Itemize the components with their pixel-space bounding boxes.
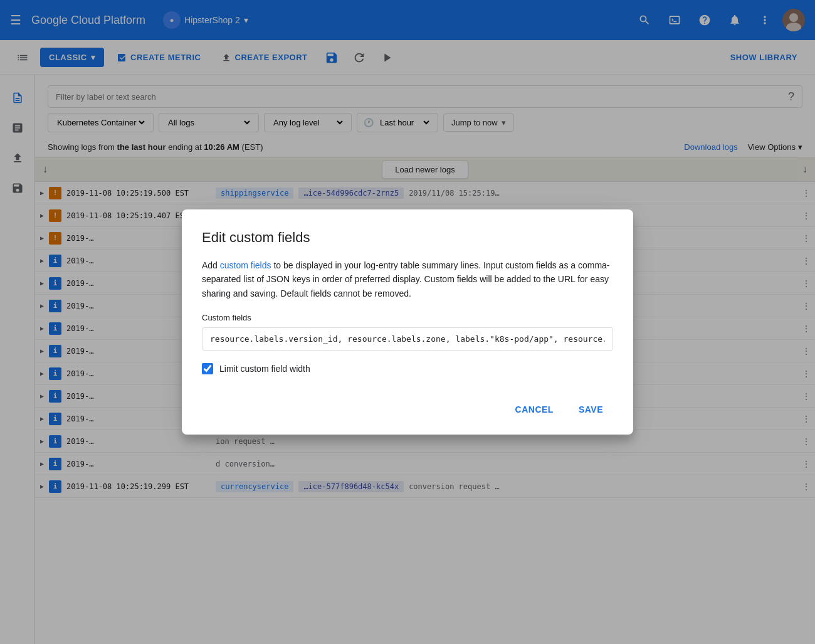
save-button[interactable]: SAVE: [569, 399, 613, 420]
custom-fields-label: Custom fields: [202, 313, 613, 322]
modal-overlay: Edit custom fields Add custom fields to …: [0, 0, 815, 644]
limit-width-checkbox[interactable]: [202, 363, 213, 374]
custom-fields-link[interactable]: custom fields: [220, 260, 271, 270]
cancel-button[interactable]: CANCEL: [505, 399, 564, 420]
limit-width-label: Limit custom field width: [219, 364, 310, 374]
limit-width-row: Limit custom field width: [202, 363, 613, 374]
custom-fields-input[interactable]: [202, 327, 613, 351]
modal-body-text: Add custom fields to be displayed in you…: [202, 258, 613, 300]
edit-custom-fields-dialog: Edit custom fields Add custom fields to …: [182, 209, 633, 435]
modal-title: Edit custom fields: [202, 230, 613, 246]
modal-actions: CANCEL SAVE: [202, 399, 613, 420]
